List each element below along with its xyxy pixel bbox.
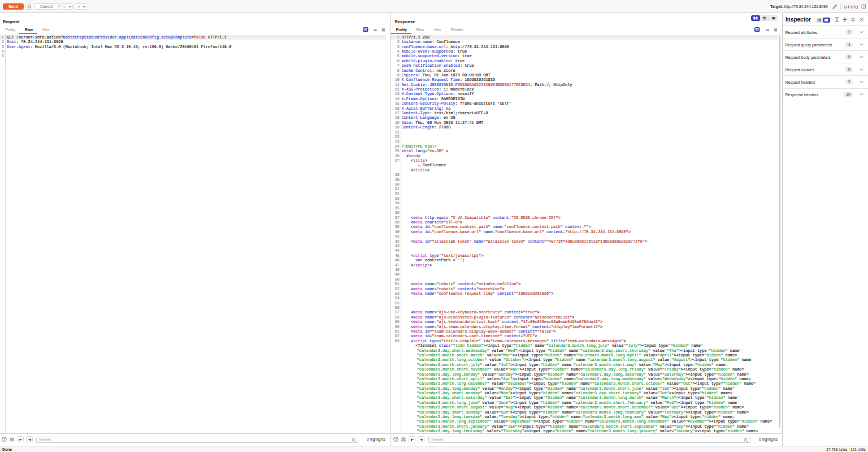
- svg-text:?: ?: [3, 438, 5, 441]
- svg-text:?: ?: [862, 5, 864, 8]
- svg-text:?: ?: [395, 438, 397, 441]
